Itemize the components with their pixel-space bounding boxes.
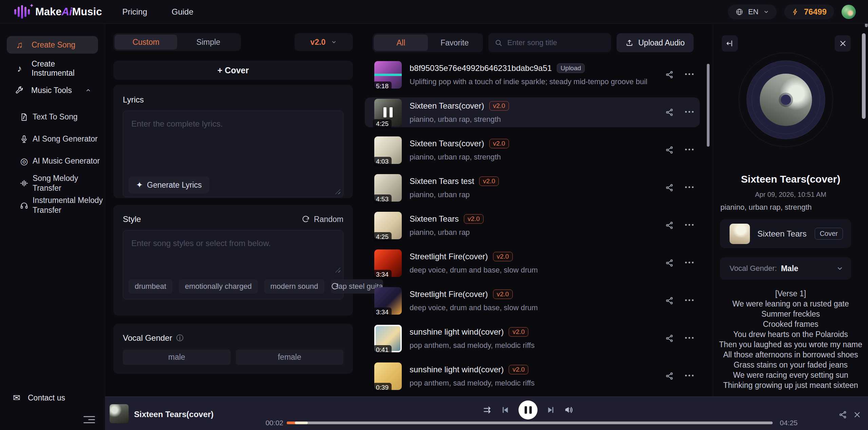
sidebar-tool-item[interactable]: ◎ AI Music Generator [0, 150, 105, 172]
song-thumbnail[interactable]: 4:03 [374, 136, 402, 164]
share-icon[interactable] [665, 296, 674, 305]
share-icon[interactable] [665, 372, 674, 380]
song-row[interactable]: 0:39 sunshine light wind(cover) v2.0 pop… [365, 361, 700, 391]
song-row[interactable]: 4:25 Sixteen Tears(cover) v2.0 pianino, … [365, 97, 700, 127]
sparkle-icon: ✦ [136, 180, 143, 190]
sidebar-item-create-song[interactable]: ♫ Create Song [7, 36, 98, 54]
brand-logo[interactable]: ✦ MakeAiMusic [14, 4, 102, 19]
song-duration: 0:41 [373, 345, 392, 355]
sidebar-tool-item[interactable]: Text To Song [0, 106, 105, 128]
more-options-icon[interactable] [685, 111, 694, 113]
song-row[interactable]: 4:53 Sixteen Tears test v2.0 pianino, ur… [365, 173, 700, 203]
style-tag-chip[interactable]: modern sound [264, 279, 324, 294]
progress-thumb[interactable] [295, 422, 308, 424]
share-icon[interactable] [665, 334, 674, 343]
play-order-icon[interactable] [483, 405, 492, 415]
close-panel-button[interactable] [835, 35, 851, 52]
source-song-card[interactable]: Sixteen Tears Cover [720, 219, 851, 248]
song-thumbnail[interactable]: 3:34 [374, 287, 402, 315]
add-cover-button[interactable]: + Cover [113, 61, 353, 80]
lyric-line: [Verse 1] [713, 288, 868, 299]
language-selector[interactable]: EN [728, 4, 777, 19]
volume-icon[interactable] [564, 405, 573, 415]
generate-lyrics-button[interactable]: ✦ Generate Lyrics [129, 176, 209, 193]
share-icon[interactable] [665, 146, 674, 154]
lyric-line: You drew hearts on the Polaroids [713, 329, 868, 339]
song-thumbnail[interactable]: 0:39 [374, 362, 402, 390]
style-tag-chip[interactable]: drumbeat [129, 279, 172, 294]
envelope-icon: ✉ [12, 393, 21, 402]
refresh-tags-icon[interactable] [331, 282, 339, 291]
song-thumbnail[interactable]: 5:18 [374, 61, 402, 89]
next-track-icon[interactable] [546, 406, 555, 414]
vocal-gender-option[interactable]: female [236, 350, 344, 365]
more-options-icon[interactable] [685, 337, 694, 339]
info-icon[interactable]: ⓘ [176, 333, 183, 343]
song-row[interactable]: 4:03 Sixteen Tears(cover) v2.0 pianino, … [365, 135, 700, 165]
tool-label: Instrumental Melody Transfer [33, 195, 105, 215]
songlist-scrollbar[interactable] [707, 64, 710, 147]
song-thumbnail[interactable]: 3:34 [374, 249, 402, 277]
tool-label: AI Music Generator [33, 156, 105, 166]
share-icon[interactable] [665, 183, 674, 192]
song-version-badge: v2.0 [493, 252, 513, 261]
chevron-down-icon [763, 9, 769, 15]
tab-simple[interactable]: Simple [177, 35, 240, 50]
nav-link[interactable]: Pricing [122, 7, 147, 17]
song-thumbnail[interactable]: 0:41 [374, 325, 402, 352]
share-icon[interactable] [665, 70, 674, 79]
lyric-line: Thinking growing up just meant sixteen [713, 380, 868, 390]
version-select[interactable]: v2.0 [295, 33, 353, 51]
contact-us[interactable]: ✉ Contact us [12, 390, 65, 405]
tab-favorite[interactable]: Favorite [428, 35, 482, 51]
more-options-icon[interactable] [685, 186, 694, 188]
player-thumbnail[interactable] [110, 404, 129, 423]
more-options-icon[interactable] [685, 375, 694, 376]
song-list: 5:18 b8f95035e76e4992b646231bdabc9a51 Up… [365, 60, 700, 391]
more-options-icon[interactable] [685, 224, 694, 226]
add-cover-label: + Cover [218, 66, 249, 75]
vocal-gender-dropdown[interactable]: Vocal Gender: Male [720, 257, 851, 280]
song-row[interactable]: 3:34 Streetlight Fire(cover) v2.0 deep v… [365, 286, 700, 316]
vinyl-disc[interactable] [747, 61, 825, 139]
sidebar-tool-item[interactable]: Instrumental Melody Transfer [0, 194, 105, 216]
upload-audio-button[interactable]: Upload Audio [617, 33, 694, 52]
share-icon[interactable] [665, 221, 674, 230]
sidebar-tool-item[interactable]: Song Melody Transfer [0, 172, 105, 194]
sidebar-collapse-icon[interactable] [83, 414, 95, 425]
previous-track-icon[interactable] [501, 406, 510, 414]
sidebar-tool-item[interactable]: AI Song Generator [0, 128, 105, 150]
credits-balance[interactable]: 76499 [784, 4, 834, 19]
song-version-badge: v2.0 [493, 289, 513, 299]
more-options-icon[interactable] [685, 149, 694, 150]
song-description: pianino, urban rap [410, 190, 499, 199]
song-row[interactable]: 3:34 Streetlight Fire(cover) v2.0 deep v… [365, 248, 700, 278]
random-style-button[interactable]: Random [302, 215, 343, 224]
sidebar-item-create-instrumental[interactable]: ♪ Create Instrumental [7, 61, 98, 76]
song-thumbnail[interactable]: 4:25 [374, 212, 402, 239]
style-tag-chip[interactable]: emotionally charged [179, 279, 258, 294]
player-share-icon[interactable] [838, 410, 847, 419]
pause-button[interactable] [518, 400, 537, 419]
nav-link[interactable]: Guide [172, 7, 193, 17]
search-input[interactable] [507, 38, 605, 48]
more-options-icon[interactable] [685, 299, 694, 301]
song-row[interactable]: 4:25 Sixteen Tears v2.0 pianino, urban r… [365, 210, 700, 240]
more-options-icon[interactable] [685, 262, 694, 263]
user-avatar[interactable] [842, 5, 856, 19]
sidebar-item-music-tools[interactable]: Music Tools [7, 83, 98, 98]
tab-all[interactable]: All [374, 35, 428, 51]
song-thumbnail[interactable]: 4:53 [374, 174, 402, 202]
collapse-panel-button[interactable] [722, 35, 738, 52]
detail-scrollbar[interactable] [862, 33, 866, 119]
song-thumbnail[interactable]: 4:25 [374, 99, 402, 126]
player-close-icon[interactable] [853, 411, 861, 419]
more-options-icon[interactable] [685, 73, 694, 75]
song-row[interactable]: 0:41 sunshine light wind(cover) v2.0 pop… [365, 323, 700, 353]
song-row[interactable]: 5:18 b8f95035e76e4992b646231bdabc9a51 Up… [365, 60, 700, 90]
share-icon[interactable] [665, 259, 674, 267]
generate-lyrics-label: Generate Lyrics [147, 181, 202, 190]
share-icon[interactable] [665, 108, 674, 117]
vocal-gender-option[interactable]: male [123, 350, 231, 365]
tab-custom[interactable]: Custom [115, 35, 177, 50]
